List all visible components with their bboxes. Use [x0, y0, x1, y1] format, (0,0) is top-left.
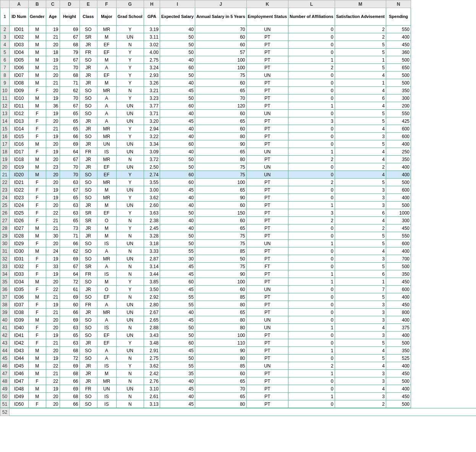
cell-class[interactable]: SO	[79, 110, 97, 117]
cell-satisfaction[interactable]: 5	[335, 339, 386, 347]
cell-height[interactable]: 67	[60, 56, 79, 64]
table-row[interactable]: 49ID48M1969FRUNUN3.104570PT04400	[0, 385, 411, 393]
cell-annual-salary[interactable]: 60	[195, 202, 246, 209]
cell-satisfaction[interactable]: 5	[335, 110, 386, 117]
cell-annual-salary[interactable]: 75	[195, 163, 246, 171]
cell-height[interactable]: 71	[60, 232, 79, 240]
cell-annual-salary[interactable]: 100	[195, 179, 246, 186]
cell-employment-status[interactable]: PT	[246, 377, 288, 385]
cell-employment-status[interactable]: PT	[246, 255, 288, 263]
cell-gender[interactable]: F	[29, 186, 46, 194]
cell-height[interactable]: 64	[60, 270, 79, 278]
cell-age[interactable]: 23	[46, 163, 60, 171]
cell-grad-school[interactable]: UN	[116, 240, 144, 247]
cell-class[interactable]: JR	[79, 370, 97, 377]
cell-gpa[interactable]: 3.72	[144, 156, 160, 163]
cell-age[interactable]: 19	[46, 332, 60, 339]
cell-id-num[interactable]: ID20	[10, 171, 29, 179]
cell-satisfaction[interactable]: 6	[335, 209, 386, 217]
cell-employment-status[interactable]: UN	[246, 148, 288, 156]
cell-class[interactable]: JR	[79, 64, 97, 72]
cell-gpa[interactable]: 3.43	[144, 332, 160, 339]
cell-affiliations[interactable]: 0	[288, 110, 335, 117]
cell-spending[interactable]: 500	[386, 72, 411, 79]
cell-employment-status[interactable]: PT	[246, 247, 288, 255]
cell-spending[interactable]: 600	[386, 286, 411, 293]
cell-employment-status[interactable]: PT	[246, 278, 288, 286]
cell-affiliations[interactable]: 0	[288, 286, 335, 293]
cell-gpa[interactable]: 3.50	[144, 286, 160, 293]
cell-class[interactable]: JR	[79, 286, 97, 293]
cell-satisfaction[interactable]: 5	[335, 240, 386, 247]
cell-age[interactable]: 21	[46, 293, 60, 301]
cell-height[interactable]: 69	[60, 362, 79, 370]
col-header-l[interactable]: L	[288, 0, 335, 8]
cell-grad-school[interactable]: UN	[116, 110, 144, 117]
cell-age[interactable]: 24	[46, 247, 60, 255]
cell-gpa[interactable]: 2.92	[144, 293, 160, 301]
cell-height[interactable]: 67	[60, 186, 79, 194]
cell-major[interactable]: MR	[97, 26, 116, 33]
cell-age[interactable]: 21	[46, 79, 60, 87]
cell-height[interactable]: 67	[60, 156, 79, 163]
cell-height[interactable]: 67	[60, 33, 79, 41]
cell-expected-salary[interactable]: 45	[160, 186, 195, 194]
cell-height[interactable]: 68	[60, 393, 79, 400]
cell-annual-salary[interactable]: 60	[195, 217, 246, 224]
cell-height[interactable]: 65	[60, 332, 79, 339]
cell-spending[interactable]: 400	[386, 316, 411, 324]
cell-major[interactable]: M	[97, 186, 116, 194]
cell-satisfaction[interactable]: 3	[335, 393, 386, 400]
cell-employment-status[interactable]: UN	[246, 324, 288, 332]
cell-employment-status[interactable]: PT	[246, 41, 288, 49]
cell-grad-school[interactable]: UN	[116, 316, 144, 324]
table-row[interactable]: 4ID03M2068JREFN3.025060PT05450	[0, 41, 411, 49]
cell-class[interactable]: SR	[79, 217, 97, 224]
table-row[interactable]: 33ID32F3367SRAN3.144575FT05500	[0, 263, 411, 270]
cell-gender[interactable]: M	[29, 316, 46, 324]
table-row[interactable]: 39ID38F2166JRMRUN2.674065PT03800	[0, 309, 411, 316]
cell-height[interactable]: 66	[60, 400, 79, 408]
cell-satisfaction[interactable]: 4	[335, 347, 386, 354]
cell-affiliations[interactable]: 2	[288, 179, 335, 186]
cell-id-num[interactable]: ID45	[10, 362, 29, 370]
cell-gender[interactable]: M	[29, 293, 46, 301]
cell-satisfaction[interactable]: 3	[335, 202, 386, 209]
cell-age[interactable]: 19	[46, 26, 60, 33]
table-row[interactable]: 13ID12F1965SOAUN3.714060UN05550	[0, 110, 411, 117]
cell-expected-salary[interactable]: 55	[160, 293, 195, 301]
cell-affiliations[interactable]: 1	[288, 370, 335, 377]
cell-satisfaction[interactable]: 3	[335, 377, 386, 385]
cell-satisfaction[interactable]: 3	[335, 194, 386, 202]
cell-gpa[interactable]: 2.94	[144, 125, 160, 133]
cell-spending[interactable]: 500	[386, 400, 411, 408]
cell-grad-school[interactable]: UN	[116, 301, 144, 309]
cell-height[interactable]: 67	[60, 102, 79, 110]
cell-id-num[interactable]: ID48	[10, 385, 29, 393]
cell-spending[interactable]: 400	[386, 194, 411, 202]
cell-annual-salary[interactable]: 65	[195, 393, 246, 400]
cell-gender[interactable]: F	[29, 377, 46, 385]
table-row[interactable]: 9ID08M2171JRMY3.264060PT01500	[0, 79, 411, 87]
table-row[interactable]: 45ID44M1972SOAN2.755080PT05525	[0, 354, 411, 362]
cell-employment-status[interactable]: PT	[246, 202, 288, 209]
cell-affiliations[interactable]: 0	[288, 224, 335, 232]
cell-gpa[interactable]: 2.45	[144, 224, 160, 232]
cell-gpa[interactable]: 3.71	[144, 110, 160, 117]
cell-spending[interactable]: 400	[386, 293, 411, 301]
cell-employment-status[interactable]: UN	[246, 163, 288, 171]
cell-satisfaction[interactable]: 4	[335, 125, 386, 133]
cell-class[interactable]: SO	[79, 87, 97, 94]
cell-annual-salary[interactable]: 110	[195, 339, 246, 347]
cell-id-num[interactable]: ID27	[10, 224, 29, 232]
cell-expected-salary[interactable]: 45	[160, 347, 195, 354]
cell-satisfaction[interactable]: 2	[335, 33, 386, 41]
cell-grad-school[interactable]: Y	[116, 339, 144, 347]
cell-height[interactable]: 63	[60, 324, 79, 332]
cell-grad-school[interactable]: UN	[116, 148, 144, 156]
cell-major[interactable]: M	[97, 56, 116, 64]
cell-id-num[interactable]: ID46	[10, 370, 29, 377]
cell-height[interactable]: 72	[60, 354, 79, 362]
cell-affiliations[interactable]: 3	[288, 117, 335, 125]
cell-class[interactable]: SR	[79, 33, 97, 41]
